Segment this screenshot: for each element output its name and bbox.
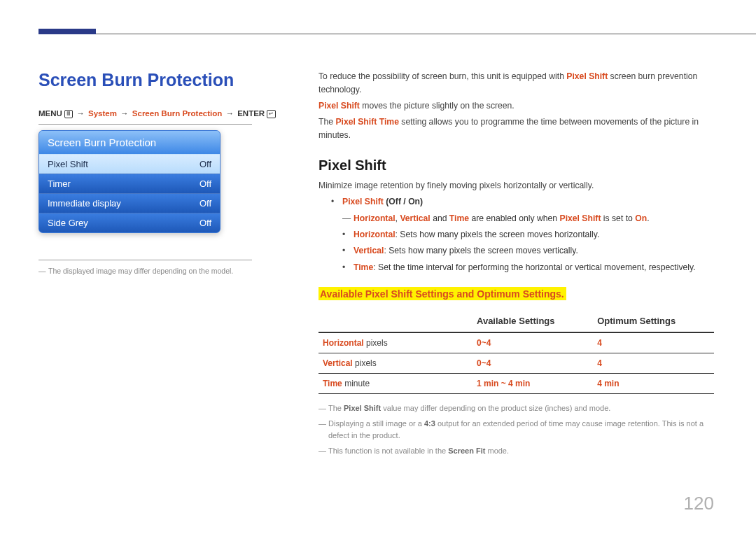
th-optimum: Optimum Settings [593,311,714,332]
row-label: Pixel Shift [48,159,88,169]
table-row: Time minute 1 min ~ 4 min 4 min [318,373,714,393]
row-value: Off [200,198,211,209]
bullet-list: Pixel Shift (Off / On) Horizontal, Verti… [331,195,714,273]
nav-menu-label: MENU [38,109,62,118]
bullet-pixel-shift: Pixel Shift (Off / On) Horizontal, Verti… [331,195,714,273]
intro-3: The Pixel Shift Time setting allows you … [318,115,714,142]
intro-1: To reduce the possibility of screen burn… [318,70,714,97]
footnote-divider [38,260,252,260]
section-heading-pixel-shift: Pixel Shift [318,157,714,174]
settings-table: Available Settings Optimum Settings Hori… [318,311,714,394]
note-3: This function is not available in the Sc… [318,445,714,457]
enter-icon: ↵ [267,110,276,118]
panel-row-side-grey[interactable]: Side Grey Off [39,213,220,232]
th-available: Available Settings [472,311,593,332]
top-divider [38,34,756,34]
nav-enter-label: ENTER [237,109,265,118]
sub-bullet-time: Time: Set the time interval for performi… [342,261,714,274]
row-value: Off [200,218,211,228]
panel-header: Screen Burn Protection [39,131,220,154]
nav-item: Screen Burn Protection [132,109,222,118]
settings-panel: Screen Burn Protection Pixel Shift Off T… [38,130,220,233]
panel-row-immediate-display[interactable]: Immediate display Off [39,193,220,213]
row-value: Off [200,178,211,189]
left-column: Screen Burn Protection MENU Ⅲ → System →… [38,70,290,461]
th-blank [318,311,472,332]
menu-icon: Ⅲ [64,110,73,118]
intro-2: Pixel Shift moves the picture slightly o… [318,99,714,113]
row-value: Off [200,159,211,169]
panel-row-pixel-shift[interactable]: Pixel Shift Off [39,154,220,174]
note-2: Displaying a still image or a 4:3 output… [318,418,714,441]
nav-system: System [88,109,117,118]
section-desc: Minimize image retention by finely movin… [318,179,714,192]
table-row: Vertical pixels 0~4 4 [318,353,714,373]
sub-bullet-horizontal: Horizontal: Sets how many pixels the scr… [342,228,714,241]
note-1: The Pixel Shift value may differ dependi… [318,402,714,414]
breadcrumb: MENU Ⅲ → System → Screen Burn Protection… [38,107,290,125]
highlight-subheading: Available Pixel Shift Settings and Optim… [318,287,566,300]
row-label: Timer [48,178,71,189]
right-column: To reduce the possibility of screen burn… [318,70,714,461]
row-label: Immediate display [48,198,121,209]
table-row: Horizontal pixels 0~4 4 [318,332,714,353]
notes-below-table: The Pixel Shift value may differ dependi… [318,402,714,457]
sub-bullet-vertical: Vertical: Sets how many pixels the scree… [342,244,714,257]
page-number: 120 [684,493,714,514]
row-label: Side Grey [48,218,88,228]
dash-note: Horizontal, Vertical and Time are enable… [342,212,714,225]
panel-row-timer[interactable]: Timer Off [39,174,220,193]
footnote-text: The displayed image may differ depending… [38,266,290,277]
page-title: Screen Burn Protection [38,70,290,90]
